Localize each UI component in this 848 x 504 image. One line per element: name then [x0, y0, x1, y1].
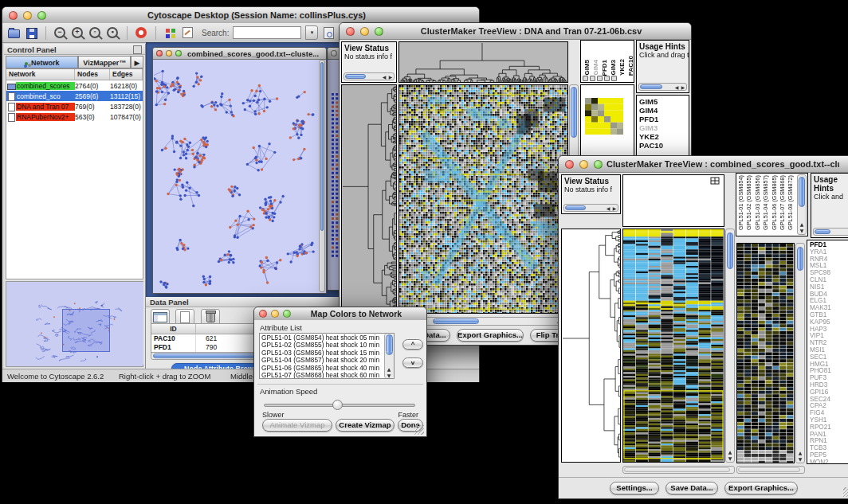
- zoom-button[interactable]: [375, 27, 383, 36]
- search-options-icon[interactable]: [322, 25, 336, 40]
- treeview2-titlebar[interactable]: ClusterMaker TreeView : combined_scores_…: [559, 156, 848, 173]
- move-up-button[interactable]: ^: [402, 339, 423, 350]
- scroll-up-arrow[interactable]: ▲: [797, 450, 803, 455]
- scroll-thumb[interactable]: [565, 205, 586, 210]
- zoom-tool-icon[interactable]: [604, 76, 610, 81]
- zoom-out-icon[interactable]: −: [53, 25, 67, 40]
- cytoscape-titlebar[interactable]: Cytoscape Desktop (Session Name: collins…: [2, 7, 479, 24]
- zoom-button[interactable]: [37, 11, 46, 20]
- scroll-thumb[interactable]: [433, 318, 479, 324]
- create-vizmap-button[interactable]: Create Vizmap: [336, 419, 395, 432]
- scroll-down-arrow[interactable]: ▼: [799, 228, 805, 233]
- frame-zoom-button[interactable]: [175, 50, 182, 57]
- close-button[interactable]: [565, 160, 574, 169]
- gene-label[interactable]: GIM4: [637, 106, 663, 115]
- zoom-selected-icon[interactable]: ▪: [106, 25, 120, 40]
- tab-vizmapper[interactable]: VizMapper™: [78, 56, 131, 68]
- heatmap-canvas[interactable]: [399, 85, 567, 313]
- gene-label[interactable]: YKE2: [637, 132, 663, 141]
- search-input[interactable]: [233, 26, 301, 39]
- minimize-button[interactable]: [360, 27, 369, 36]
- scroll-thumb[interactable]: [320, 62, 324, 231]
- network-list-row[interactable]: DNA and Tran 07769(0)183728(0): [6, 101, 143, 111]
- tab-network[interactable]: Network: [6, 56, 78, 68]
- view-status-hscrollbar[interactable]: ◀ ▶: [563, 204, 618, 212]
- minimize-button[interactable]: [271, 310, 279, 318]
- scroll-down-arrow[interactable]: ▼: [797, 456, 803, 462]
- zoom-button[interactable]: [283, 310, 291, 318]
- scroll-left-arrow[interactable]: ◀: [673, 84, 680, 90]
- secondary-hscrollbar[interactable]: [736, 466, 805, 474]
- frame-close-button[interactable]: [331, 50, 337, 57]
- attribute-list-item[interactable]: GPL51-07 (GSM868) heat shock 60 min: [260, 372, 384, 379]
- float-panel-icon[interactable]: [133, 45, 142, 54]
- zoom-tool-icon[interactable]: [590, 76, 595, 81]
- dialog-titlebar[interactable]: Map Colors to Network: [254, 307, 426, 321]
- scroll-down-arrow[interactable]: ▼: [727, 455, 733, 461]
- close-button[interactable]: [259, 310, 267, 318]
- birds-eye-view[interactable]: [6, 281, 143, 367]
- network-vscrollbar[interactable]: [319, 60, 325, 292]
- scroll-thumb[interactable]: [797, 247, 803, 271]
- usage-hints-hscrollbar[interactable]: [813, 228, 848, 236]
- scroll-right-arrow[interactable]: ▶: [611, 205, 618, 211]
- network-list-row[interactable]: combined_sco2569(6)13112(15): [6, 91, 143, 101]
- zoom-tool-icon[interactable]: [611, 76, 617, 81]
- scroll-thumb[interactable]: [727, 232, 733, 269]
- column-dendrogram-canvas[interactable]: [399, 42, 567, 82]
- zoom-tool-icon[interactable]: [583, 76, 588, 81]
- close-button[interactable]: [9, 11, 18, 20]
- frame-close-button[interactable]: [156, 50, 163, 57]
- heatmap-hscrollbar[interactable]: [622, 466, 735, 474]
- zoom-button[interactable]: [594, 160, 603, 169]
- scroll-left-arrow[interactable]: ◀: [605, 205, 611, 211]
- scroll-down-arrow[interactable]: ▼: [386, 373, 392, 378]
- vizmapper-icon[interactable]: [163, 25, 177, 40]
- gene-label[interactable]: PAC10: [637, 141, 663, 150]
- summary-heatmap-canvas[interactable]: [585, 98, 623, 135]
- gene-label[interactable]: GIM5: [637, 97, 663, 106]
- scroll-thumb[interactable]: [640, 84, 662, 89]
- help-lifering-icon[interactable]: [135, 25, 148, 40]
- column-labels-vscrollbar[interactable]: ▲ ▼: [797, 174, 807, 235]
- scroll-thumb[interactable]: [345, 74, 366, 79]
- network-table-header[interactable]: Network Nodes Edges: [6, 69, 143, 80]
- list-vscrollbar[interactable]: ▲ ▼: [384, 334, 394, 378]
- row-dendrogram-canvas[interactable]: [562, 229, 620, 462]
- scroll-right-arrow[interactable]: ▶: [387, 74, 394, 80]
- secondary-vscrollbar[interactable]: ▲ ▼: [795, 243, 805, 463]
- minimize-button[interactable]: [579, 160, 588, 169]
- usage-hints-hscrollbar[interactable]: ◀ ▶: [638, 83, 687, 91]
- gene-label[interactable]: GIM3: [637, 123, 663, 132]
- secondary-heatmap-canvas[interactable]: [737, 244, 794, 463]
- close-button[interactable]: [346, 27, 355, 36]
- heatmap-canvas[interactable]: [623, 229, 724, 462]
- export-graphics-button[interactable]: Export Graphics...: [724, 482, 798, 494]
- save-data-button[interactable]: Save Data...: [665, 482, 718, 494]
- column-tree-canvas[interactable]: [623, 175, 724, 226]
- scroll-up-arrow[interactable]: ▲: [386, 366, 392, 372]
- treeview1-titlebar[interactable]: ClusterMaker TreeView : DNA and Tran 07-…: [340, 23, 691, 40]
- zoom-fit-icon[interactable]: ▫: [88, 25, 102, 40]
- open-file-icon[interactable]: [7, 25, 21, 40]
- scroll-up-arrow[interactable]: ▲: [727, 449, 733, 455]
- row-dendrogram-canvas[interactable]: [342, 85, 396, 313]
- settings-button[interactable]: Settings...: [610, 482, 659, 494]
- scroll-left-arrow[interactable]: ◀: [381, 74, 387, 80]
- overview-viewport[interactable]: [62, 309, 110, 352]
- view-status-hscrollbar[interactable]: ◀ ▶: [344, 72, 395, 80]
- network-list-row[interactable]: RNAPuberNov2+563(0)107847(0): [6, 111, 143, 122]
- gene-label[interactable]: PFD1: [637, 115, 663, 123]
- zoom-in-icon[interactable]: +: [71, 25, 84, 40]
- zoom-tool-icon[interactable]: [597, 76, 603, 81]
- heatmap-vscrollbar[interactable]: ▲ ▼: [725, 229, 735, 463]
- gene-label[interactable]: MON2: [808, 459, 831, 464]
- annotation-icon[interactable]: [181, 25, 194, 40]
- network-canvas[interactable]: [154, 60, 318, 292]
- speed-slider-thumb[interactable]: [332, 400, 343, 410]
- animate-vizmap-button[interactable]: Animate Vizmap: [262, 419, 332, 432]
- minimize-button[interactable]: [23, 11, 32, 20]
- scroll-thumb[interactable]: [571, 87, 577, 138]
- scroll-thumb[interactable]: [386, 334, 393, 355]
- scroll-right-arrow[interactable]: ▶: [680, 84, 686, 90]
